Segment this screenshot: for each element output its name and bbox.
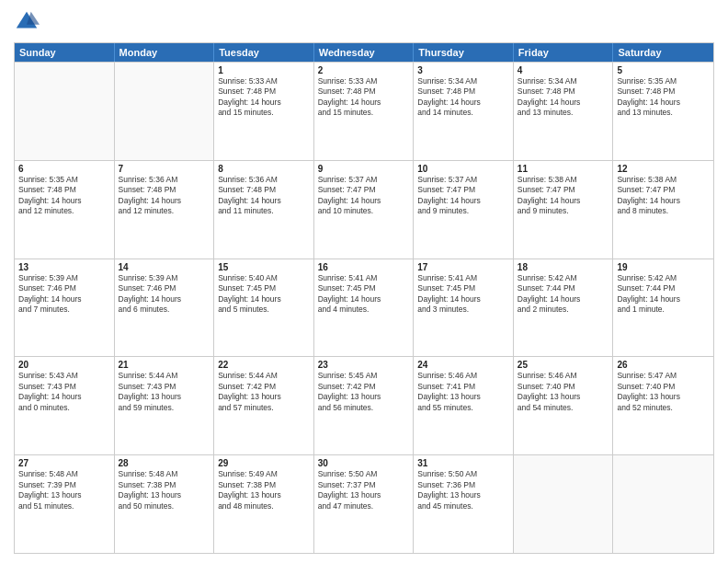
day-number: 5 (617, 65, 710, 75)
day-number: 12 (617, 164, 710, 174)
day-cell-13: 13Sunrise: 5:39 AMSunset: 7:46 PMDayligh… (15, 259, 115, 357)
day-cell-26: 26Sunrise: 5:47 AMSunset: 7:40 PMDayligh… (613, 357, 713, 454)
week-row-3: 13Sunrise: 5:39 AMSunset: 7:46 PMDayligh… (15, 259, 713, 357)
cell-info-line: Sunset: 7:46 PM (18, 283, 110, 293)
cell-info-line: and 51 minutes. (18, 501, 110, 511)
cell-info-line: Sunrise: 5:48 AM (18, 469, 110, 479)
cell-info-line: and 12 minutes. (119, 206, 210, 216)
cell-info-line: and 47 minutes. (318, 501, 410, 511)
cell-info-line: Sunrise: 5:37 AM (318, 175, 410, 185)
cell-info-line: Daylight: 14 hours (318, 98, 410, 108)
cell-info-line: Sunset: 7:47 PM (518, 185, 609, 195)
cell-info-line: Sunrise: 5:48 AM (119, 469, 210, 479)
empty-cell (15, 63, 115, 160)
cell-info-line: Daylight: 14 hours (218, 98, 310, 108)
day-number: 8 (218, 164, 310, 174)
cell-info-line: Sunset: 7:45 PM (318, 283, 410, 293)
cell-info-line: Sunset: 7:46 PM (119, 283, 210, 293)
cell-info-line: and 59 minutes. (119, 403, 210, 413)
cell-info-line: and 10 minutes. (318, 206, 410, 216)
calendar-body: 1Sunrise: 5:33 AMSunset: 7:48 PMDaylight… (15, 62, 713, 553)
cell-info-line: Sunrise: 5:49 AM (218, 469, 310, 479)
cell-info-line: Sunset: 7:41 PM (417, 382, 509, 392)
day-number: 22 (218, 360, 310, 370)
cell-info-line: and 1 minute. (617, 304, 710, 315)
cell-info-line: and 5 minutes. (218, 304, 310, 315)
cell-info-line: and 45 minutes. (417, 501, 509, 511)
day-cell-11: 11Sunrise: 5:38 AMSunset: 7:47 PMDayligh… (514, 161, 614, 259)
cell-info-line: Sunset: 7:43 PM (18, 382, 110, 392)
cell-info-line: Sunrise: 5:36 AM (119, 175, 210, 185)
day-number: 24 (417, 360, 509, 370)
day-cell-27: 27Sunrise: 5:48 AMSunset: 7:39 PMDayligh… (15, 455, 115, 553)
cell-info-line: Sunset: 7:48 PM (417, 86, 509, 97)
day-number: 21 (119, 360, 210, 370)
cell-info-line: Sunrise: 5:41 AM (417, 273, 509, 283)
cell-info-line: Sunrise: 5:46 AM (417, 371, 509, 381)
cell-info-line: Daylight: 13 hours (218, 392, 310, 402)
day-cell-12: 12Sunrise: 5:38 AMSunset: 7:47 PMDayligh… (613, 161, 713, 259)
cell-info-line: Sunset: 7:47 PM (318, 185, 410, 195)
cell-info-line: Sunrise: 5:38 AM (518, 175, 609, 185)
header-day-sunday: Sunday (15, 43, 115, 62)
cell-info-line: Daylight: 14 hours (218, 294, 310, 304)
cell-info-line: Daylight: 14 hours (518, 294, 609, 304)
day-number: 31 (417, 458, 509, 468)
cell-info-line: and 9 minutes. (518, 206, 609, 216)
day-cell-6: 6Sunrise: 5:35 AMSunset: 7:48 PMDaylight… (15, 161, 115, 259)
cell-info-line: and 13 minutes. (518, 108, 609, 118)
day-number: 6 (18, 164, 110, 174)
cell-info-line: Sunrise: 5:44 AM (119, 371, 210, 381)
cell-info-line: Sunset: 7:44 PM (518, 283, 609, 293)
day-cell-1: 1Sunrise: 5:33 AMSunset: 7:48 PMDaylight… (214, 63, 314, 160)
cell-info-line: and 3 minutes. (417, 304, 509, 315)
cell-info-line: Daylight: 13 hours (318, 392, 410, 402)
day-cell-25: 25Sunrise: 5:46 AMSunset: 7:40 PMDayligh… (514, 357, 614, 454)
header-day-saturday: Saturday (613, 43, 713, 62)
cell-info-line: and 14 minutes. (417, 108, 509, 118)
day-number: 18 (518, 262, 609, 272)
cell-info-line: Sunrise: 5:47 AM (617, 371, 710, 381)
day-number: 10 (417, 164, 509, 174)
cell-info-line: Daylight: 14 hours (518, 196, 609, 206)
cell-info-line: Daylight: 14 hours (617, 98, 710, 108)
day-cell-22: 22Sunrise: 5:44 AMSunset: 7:42 PMDayligh… (214, 357, 314, 454)
cell-info-line: Daylight: 14 hours (417, 294, 509, 304)
cell-info-line: Sunset: 7:48 PM (18, 185, 110, 195)
cell-info-line: and 55 minutes. (417, 403, 509, 413)
cell-info-line: Daylight: 13 hours (119, 490, 210, 500)
cell-info-line: Daylight: 14 hours (617, 294, 710, 304)
cell-info-line: and 9 minutes. (417, 206, 509, 216)
day-cell-20: 20Sunrise: 5:43 AMSunset: 7:43 PMDayligh… (15, 357, 115, 454)
cell-info-line: Daylight: 14 hours (417, 98, 509, 108)
cell-info-line: Sunset: 7:38 PM (218, 480, 310, 490)
cell-info-line: Sunrise: 5:34 AM (417, 76, 509, 86)
empty-cell (115, 63, 215, 160)
cell-info-line: Sunrise: 5:34 AM (518, 76, 609, 86)
cell-info-line: and 6 minutes. (119, 304, 210, 315)
cell-info-line: Sunrise: 5:38 AM (617, 175, 710, 185)
cell-info-line: and 52 minutes. (617, 403, 710, 413)
cell-info-line: and 12 minutes. (18, 206, 110, 216)
header-day-thursday: Thursday (414, 43, 514, 62)
cell-info-line: Sunrise: 5:39 AM (18, 273, 110, 283)
cell-info-line: and 54 minutes. (518, 403, 609, 413)
cell-info-line: Daylight: 14 hours (318, 294, 410, 304)
week-row-4: 20Sunrise: 5:43 AMSunset: 7:43 PMDayligh… (15, 356, 713, 454)
day-cell-28: 28Sunrise: 5:48 AMSunset: 7:38 PMDayligh… (115, 455, 215, 553)
cell-info-line: Daylight: 14 hours (119, 294, 210, 304)
day-cell-21: 21Sunrise: 5:44 AMSunset: 7:43 PMDayligh… (115, 357, 215, 454)
cell-info-line: Daylight: 13 hours (617, 392, 710, 402)
cell-info-line: Sunset: 7:47 PM (417, 185, 509, 195)
day-number: 16 (318, 262, 410, 272)
empty-cell (514, 455, 614, 553)
cell-info-line: and 48 minutes. (218, 501, 310, 511)
day-number: 17 (417, 262, 509, 272)
cell-info-line: Daylight: 14 hours (518, 98, 609, 108)
day-number: 4 (518, 65, 609, 75)
cell-info-line: Daylight: 13 hours (318, 490, 410, 500)
day-cell-8: 8Sunrise: 5:36 AMSunset: 7:48 PMDaylight… (214, 161, 314, 259)
cell-info-line: Sunset: 7:42 PM (318, 382, 410, 392)
cell-info-line: Daylight: 14 hours (318, 196, 410, 206)
cell-info-line: and 56 minutes. (318, 403, 410, 413)
